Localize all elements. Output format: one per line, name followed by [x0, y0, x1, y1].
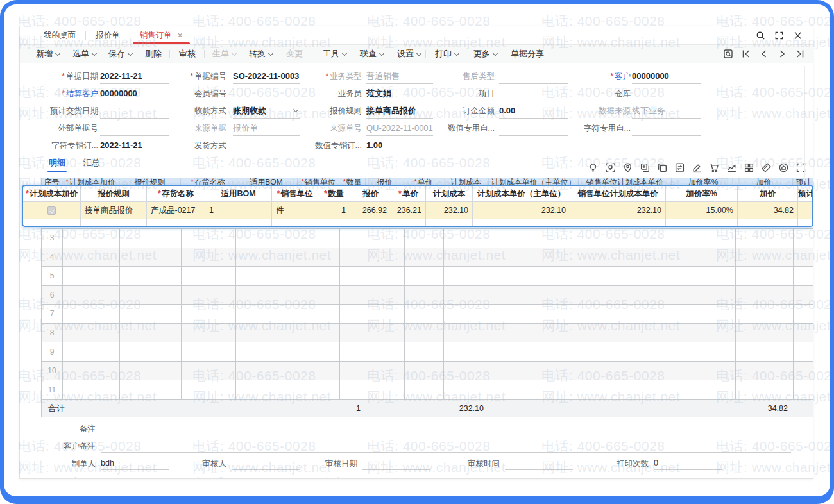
field-label-结算客户[interactable]: *结算客户	[19, 86, 98, 101]
toolbar-更多[interactable]: 更多	[473, 45, 498, 63]
callout-cell[interactable]: 产成品-0217	[147, 202, 205, 219]
field-input-客户[interactable]: 00000000	[632, 69, 701, 84]
callout-cell[interactable]	[23, 202, 81, 219]
device-frame: 我的桌面报价单销售订单× 新增选单保存删除审核生单转换变更工具联查设置打印更多单…	[0, 0, 834, 504]
field-label-客户[interactable]: *客户	[541, 69, 631, 84]
footer-变更日期-input[interactable]	[232, 475, 300, 479]
field-label-发货方式: 发货方式	[137, 138, 226, 153]
page-prev-icon[interactable]	[759, 49, 769, 59]
trend-chart-icon[interactable]	[726, 162, 737, 173]
callout-cell[interactable]: 15.00%	[666, 202, 738, 219]
page-first-icon[interactable]	[741, 49, 751, 59]
callout-cell[interactable]: 232.10	[473, 202, 570, 219]
page-last-icon[interactable]	[795, 49, 805, 59]
detail-tab-明细[interactable]: 明细	[49, 156, 65, 174]
grid-header-label: 计划成本加价	[69, 178, 115, 185]
copy-add-icon[interactable]	[640, 162, 651, 173]
footer-变更人-input[interactable]	[101, 475, 169, 479]
tab-我的桌面[interactable]: 我的桌面	[34, 26, 85, 44]
grid-header-计划成本单价（主单位）: 计划成本单价（主单位）	[489, 178, 579, 185]
grid-header-销售单位计划成本单价: 销售单位计划成本单价	[579, 178, 672, 185]
footer-打印次数-input[interactable]: 0	[654, 457, 722, 470]
close-tab-icon[interactable]: ×	[178, 31, 183, 40]
sign-pen-icon[interactable]	[692, 162, 702, 173]
grid-empty-row: 6	[42, 286, 813, 305]
doc-swap-icon[interactable]	[674, 162, 685, 173]
tag-icon[interactable]	[761, 162, 772, 173]
bank-icon[interactable]	[778, 162, 789, 173]
field-input-数值专销订...[interactable]: 1.00	[366, 138, 433, 153]
toolbar-设置[interactable]: 设置	[397, 45, 421, 63]
toolbar-审核[interactable]: 审核	[179, 45, 196, 63]
callout-header-销售单位计划成本单价: 销售单位计划成本单价	[570, 186, 666, 202]
grid-empty-row: 5	[42, 267, 813, 286]
grid-empty-row: 9	[42, 342, 813, 362]
cart-icon[interactable]	[709, 162, 720, 173]
field-input-字符专用自...[interactable]	[632, 121, 701, 136]
doc-preview-icon[interactable]	[723, 49, 733, 59]
page-next-icon[interactable]	[777, 49, 787, 59]
callout-cell[interactable]: 232.10	[570, 202, 666, 219]
callout-cell[interactable]	[798, 202, 813, 219]
toolbar-新增[interactable]: 新增	[36, 45, 60, 63]
field-label-text: 业务员	[338, 89, 362, 98]
callout-cell-value: 34.82	[774, 206, 794, 215]
callout-cell[interactable]: 266.92	[350, 202, 391, 219]
tab-label: 报价单	[96, 30, 120, 41]
form-scrollbar-track[interactable]	[804, 66, 805, 180]
callout-cell[interactable]: 232.10	[426, 202, 473, 219]
toolbar-转换[interactable]: 转换	[249, 45, 273, 63]
footer-审核时间-input[interactable]	[505, 457, 573, 470]
copy-icon[interactable]	[657, 162, 668, 173]
location-pin-icon[interactable]	[622, 162, 633, 173]
remark-input[interactable]	[101, 423, 791, 435]
tab-销售订单[interactable]: 销售订单×	[130, 26, 192, 44]
toolbar-工具[interactable]: 工具	[323, 45, 347, 63]
callout-cell[interactable]: 34.82	[738, 202, 798, 219]
search-icon[interactable]	[756, 31, 765, 40]
grid-column-line	[443, 229, 444, 399]
chevron-down-icon	[454, 51, 459, 56]
expand-icon[interactable]	[774, 31, 784, 40]
footer-审核人-input[interactable]	[232, 457, 300, 470]
toolbar-选单[interactable]: 选单	[72, 45, 97, 63]
callout-cell[interactable]: 236.21	[391, 202, 426, 219]
detail-tab-汇总[interactable]: 汇总	[83, 156, 100, 174]
layout-blocks-icon[interactable]	[744, 162, 754, 173]
footer-value: 2022-11-21 15:39:06	[362, 476, 436, 479]
close-icon[interactable]	[793, 31, 803, 40]
chevron-down-icon	[379, 51, 384, 56]
bulb-icon[interactable]	[588, 162, 599, 173]
footer-审核日期-input[interactable]	[362, 457, 430, 470]
field-input-仓库[interactable]	[632, 86, 701, 101]
callout-sliver-cell	[426, 219, 473, 226]
field-label-单据编号: *单据编号	[137, 69, 226, 84]
grid-column-line	[404, 229, 405, 399]
toolbar-单据分享[interactable]: 单据分享	[511, 45, 544, 63]
callout-cell-value: 236.21	[397, 206, 421, 215]
field-label-数据来源: 数据来源	[541, 103, 631, 119]
toolbar-item-label: 工具	[323, 48, 339, 60]
callout-cell[interactable]: 1	[318, 202, 350, 219]
footer-制单人-input[interactable]: bdh	[101, 457, 169, 470]
field-label-text: 仓库	[615, 89, 631, 98]
grid-empty-row: 4	[42, 248, 813, 267]
toolbar-联查[interactable]: 联查	[360, 45, 384, 63]
toolbar-保存[interactable]: 保存	[108, 45, 133, 63]
callout-cell[interactable]: 件	[272, 202, 318, 219]
callout-header-数量: *数量	[318, 186, 350, 202]
customer-remark-input[interactable]	[101, 440, 791, 453]
required-asterisk: *	[190, 72, 193, 81]
plan-cost-markup-checkbox[interactable]	[47, 206, 56, 215]
row-number: 7	[42, 305, 62, 323]
field-label-text: 订金金额	[463, 106, 495, 115]
callout-sliver-cell	[350, 219, 391, 226]
tab-报价单[interactable]: 报价单	[86, 26, 130, 44]
scan-bulb-icon[interactable]	[605, 162, 616, 173]
toolbar-删除[interactable]: 删除	[145, 45, 162, 63]
field-input-数据来源[interactable]: 线下业务	[632, 103, 701, 119]
callout-cell[interactable]: 1	[205, 202, 272, 219]
footer-创建时间-input[interactable]: 2022-11-21 15:39:06	[362, 475, 465, 479]
toolbar-打印[interactable]: 打印	[435, 45, 459, 63]
callout-cell[interactable]: 接单商品报价	[81, 202, 147, 219]
